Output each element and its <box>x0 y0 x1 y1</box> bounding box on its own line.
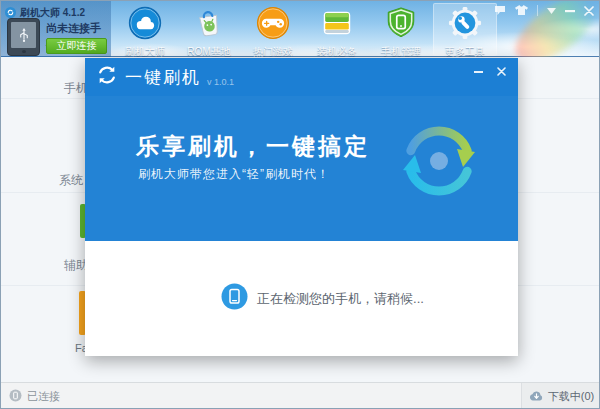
controls-divider <box>537 5 538 16</box>
usb-icon <box>11 22 36 48</box>
one-click-flash-dialog: 一键刷机 v 1.0.1 乐享刷机，一键搞定 刷机大师带您进入“轻”刷机时代！ <box>85 58 518 356</box>
dialog-header: 一键刷机 v 1.0.1 <box>85 58 518 96</box>
app-stack-icon <box>320 6 354 44</box>
dialog-banner: 乐享刷机，一键搞定 刷机大师带您进入“轻”刷机时代！ <box>85 96 518 241</box>
section-label-system: 系统 <box>59 172 83 189</box>
phone-detect-icon <box>221 283 248 314</box>
toolbar-item-phone-manager[interactable]: 手机管理 <box>369 3 433 56</box>
toolbar-tools: 刷机大师 ROM基地 热门游戏 装机必备 <box>113 3 497 56</box>
banner-subline: 刷机大师带您进入“轻”刷机时代！ <box>138 166 330 183</box>
statusbar: 已连接 下载中(0) <box>1 382 600 409</box>
close-icon[interactable] <box>584 6 594 16</box>
connect-panel: 刷机大师 4.1.2 尚未连接手机 立即连接 <box>1 1 111 57</box>
toolbar-item-rom-base[interactable]: ROM基地 <box>177 3 241 56</box>
cloud-download-icon <box>529 388 544 406</box>
toolbar-item-more-tools[interactable]: 更多工具 <box>433 3 497 56</box>
menu-caret-icon[interactable] <box>547 8 556 14</box>
dialog-body: 正在检测您的手机，请稍候... <box>106 241 539 356</box>
gear-wrench-icon <box>448 6 482 44</box>
dialog-controls <box>474 67 506 76</box>
skin-shirt-icon[interactable] <box>515 5 528 16</box>
phone-graphic <box>7 18 40 56</box>
cloud-icon <box>128 6 162 44</box>
downloads-button[interactable]: 下载中(0) <box>521 383 600 409</box>
toolbar-item-hot-games[interactable]: 热门游戏 <box>241 3 305 56</box>
dialog-minimize-icon[interactable] <box>474 70 483 74</box>
device-circle-icon <box>9 388 22 406</box>
app-window: 刷机大师 4.1.2 尚未连接手机 立即连接 刷机大师 <box>0 0 600 409</box>
gamepad-icon <box>256 6 290 44</box>
toolbar-item-flash-master[interactable]: 刷机大师 <box>113 3 177 56</box>
sync-arrows-icon <box>96 64 118 90</box>
toolbar: 刷机大师 4.1.2 尚未连接手机 立即连接 刷机大师 <box>1 1 600 57</box>
window-controls <box>494 5 594 16</box>
dialog-title: 一键刷机 <box>125 66 201 89</box>
toolbar-item-essentials[interactable]: 装机必备 <box>305 3 369 56</box>
shopping-bag-icon <box>192 6 226 44</box>
dialog-close-icon[interactable] <box>497 67 506 76</box>
connect-now-button[interactable]: 立即连接 <box>46 38 107 54</box>
banner-headline: 乐享刷机，一键搞定 <box>136 131 370 162</box>
connection-indicator: 已连接 <box>9 383 60 409</box>
shield-phone-icon <box>384 6 418 44</box>
connection-status-label: 已连接 <box>27 389 60 404</box>
detect-status-text: 正在检测您的手机，请稍候... <box>257 290 424 308</box>
refresh-cycle-logo <box>394 116 484 210</box>
minimize-icon[interactable] <box>565 9 575 13</box>
downloads-label: 下载中(0) <box>548 389 594 404</box>
feedback-bubble-icon[interactable] <box>494 5 506 16</box>
dialog-version: v 1.0.1 <box>207 77 234 87</box>
